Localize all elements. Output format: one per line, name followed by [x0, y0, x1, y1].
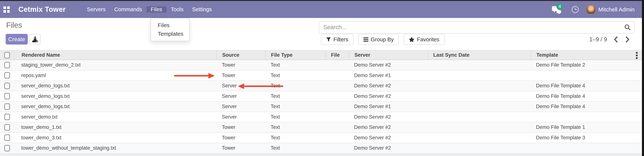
- chevron-right-icon: [626, 36, 630, 43]
- favorites-button[interactable]: Favorites: [404, 34, 444, 45]
- table-row[interactable]: server_demo_logs.txt Server Text Demo Se…: [0, 91, 642, 102]
- cell-source: Tower: [216, 143, 265, 153]
- annotation-arrow-left-icon: [238, 83, 283, 89]
- activities-button[interactable]: [569, 4, 581, 15]
- main-menu: Servers Commands Files Tools Settings: [82, 6, 216, 12]
- create-button[interactable]: Create: [6, 34, 28, 45]
- import-button[interactable]: [30, 34, 41, 45]
- filters-label: Filters: [334, 36, 348, 43]
- column-header-file[interactable]: File: [326, 51, 349, 60]
- pager-range: 1–9 / 9: [589, 36, 607, 43]
- select-all-checkbox[interactable]: [4, 52, 10, 58]
- cell-source: Tower: [216, 122, 265, 132]
- table-row[interactable]: repos.yaml Tower Text Demo Server #1: [0, 71, 642, 81]
- cell-file-type: Text: [265, 91, 326, 101]
- table-row[interactable]: server_demo.txt Server Text Demo Server …: [0, 112, 642, 123]
- cell-rendered-name: server_demo_logs.txt: [14, 91, 216, 101]
- navbar-left: Cetmix Tower Servers Commands Files Tool…: [0, 1, 216, 18]
- user-name[interactable]: Mitchell Admin: [598, 6, 634, 13]
- app-window: Cetmix Tower Servers Commands Files Tool…: [0, 0, 644, 156]
- column-header-template[interactable]: Template: [531, 51, 642, 60]
- cell-file-type: Text: [265, 71, 326, 81]
- table-row[interactable]: tower_demo_3.txt Tower Text Demo Server …: [0, 133, 642, 143]
- search-input[interactable]: [319, 21, 621, 33]
- filters-button[interactable]: Filters: [321, 34, 354, 45]
- table-row[interactable]: tower_demo_without_template_staging.txt …: [0, 143, 642, 154]
- files-dropdown-menu: Files Templates: [150, 18, 190, 41]
- search-submit[interactable]: [621, 21, 634, 33]
- menu-item-files[interactable]: Files: [146, 6, 166, 12]
- cell-server: Demo Server #2: [349, 81, 428, 91]
- cell-source: Tower: [216, 133, 265, 143]
- window-top-edge: [0, 0, 644, 1]
- row-checkbox[interactable]: [4, 83, 10, 89]
- cell-source: Tower: [216, 60, 265, 70]
- group-by-button[interactable]: Group By: [358, 34, 399, 45]
- cell-server: Demo Server #2: [349, 133, 428, 143]
- download-icon: [32, 36, 38, 42]
- app-brand[interactable]: Cetmix Tower: [13, 5, 71, 13]
- apps-menu-button[interactable]: [0, 1, 13, 18]
- column-header-source[interactable]: Source: [216, 51, 265, 60]
- cell-file: [326, 60, 349, 70]
- column-header-last-sync-date[interactable]: Last Sync Date: [428, 51, 531, 60]
- filter-funnel-icon: [326, 37, 331, 42]
- cell-server: Demo Server #2: [349, 122, 428, 132]
- row-checkbox[interactable]: [4, 145, 10, 151]
- cell-source: Server: [216, 102, 265, 112]
- cell-server: Demo Server #2: [349, 91, 428, 101]
- cell-file: [326, 81, 349, 91]
- cell-rendered-name: tower_demo_1.txt: [14, 122, 216, 132]
- row-checkbox[interactable]: [4, 72, 10, 78]
- optional-columns-toggle[interactable]: [633, 51, 640, 60]
- cell-source: Server: [216, 91, 265, 101]
- row-checkbox[interactable]: [4, 93, 10, 99]
- pager-previous-button[interactable]: [614, 36, 618, 43]
- cell-source: Server: [216, 112, 265, 122]
- annotation-arrow-right-icon: [174, 73, 215, 78]
- cell-last-sync-date: [428, 60, 531, 70]
- menu-item-settings[interactable]: Settings: [188, 6, 216, 12]
- cell-server: Demo Server #1: [349, 102, 428, 112]
- dropdown-item-files[interactable]: Files: [151, 21, 189, 30]
- apps-grid-icon: [4, 6, 10, 13]
- column-header-file-type[interactable]: File Type: [265, 51, 326, 60]
- cell-template: [531, 112, 642, 122]
- messages-button[interactable]: 4: [552, 4, 564, 15]
- cell-file-type: Text: [265, 112, 326, 122]
- search-bar: [319, 21, 634, 33]
- cell-template: Demo File Template 4: [531, 102, 642, 112]
- row-checkbox[interactable]: [4, 62, 10, 68]
- dropdown-item-templates[interactable]: Templates: [151, 30, 189, 38]
- menu-item-commands[interactable]: Commands: [110, 6, 146, 12]
- user-avatar[interactable]: [586, 5, 596, 14]
- files-list-view: Rendered Name Source File Type File Serv…: [0, 50, 642, 154]
- row-checkbox[interactable]: [4, 114, 10, 120]
- cell-file-type: Text: [265, 102, 326, 112]
- cell-file-type: Text: [265, 143, 326, 153]
- row-checkbox[interactable]: [4, 135, 10, 141]
- cell-last-sync-date: [428, 112, 531, 122]
- cell-last-sync-date: [428, 71, 531, 81]
- table-row[interactable]: staging_tower_demo_2.txt Tower Text Demo…: [0, 60, 642, 71]
- cell-file: [326, 143, 349, 153]
- cell-file-type: Text: [265, 122, 326, 132]
- menu-item-tools[interactable]: Tools: [166, 6, 188, 12]
- search-icon: [624, 24, 631, 31]
- view-bottom-background: [0, 154, 642, 156]
- menu-item-servers[interactable]: Servers: [82, 6, 110, 12]
- favorites-label: Favorites: [417, 36, 439, 43]
- column-header-server[interactable]: Server: [349, 51, 428, 60]
- cell-template: [531, 143, 642, 153]
- select-all-cell: [0, 51, 14, 60]
- table-row[interactable]: server_demo_logs.txt Server Text Demo Se…: [0, 102, 642, 112]
- cell-last-sync-date: [428, 102, 531, 112]
- table-row[interactable]: server_demo_logs.txt Server Text Demo Se…: [0, 81, 642, 91]
- table-row[interactable]: tower_demo_1.txt Tower Text Demo Server …: [0, 122, 642, 133]
- row-checkbox[interactable]: [4, 124, 10, 131]
- column-header-rendered-name[interactable]: Rendered Name: [14, 51, 216, 60]
- list-header-row: Rendered Name Source File Type File Serv…: [0, 50, 642, 60]
- pager-next-button[interactable]: [626, 36, 630, 43]
- pager: 1–9 / 9: [589, 34, 630, 45]
- row-checkbox[interactable]: [4, 103, 10, 110]
